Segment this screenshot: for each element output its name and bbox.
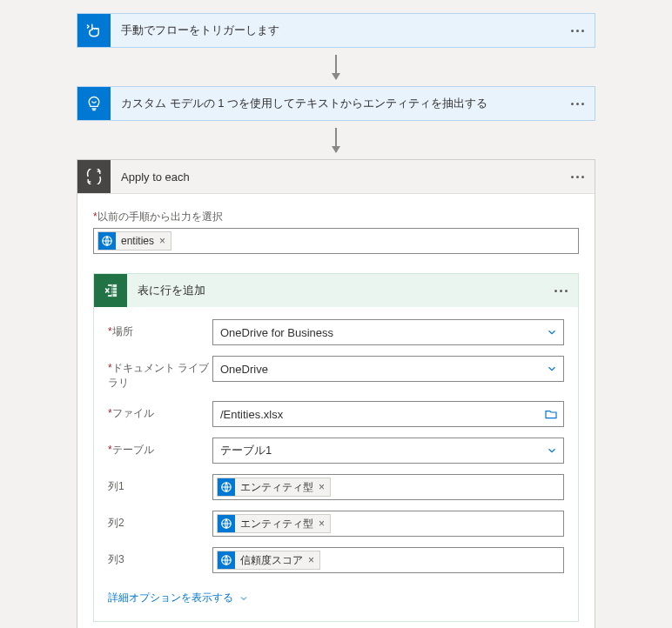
col2-label: 列2 bbox=[108, 511, 212, 531]
library-select[interactable]: OneDrive bbox=[212, 356, 564, 382]
library-value: OneDrive bbox=[220, 363, 268, 376]
table-select[interactable]: テーブル1 bbox=[212, 438, 564, 464]
token-label: エンティティ型 bbox=[240, 480, 313, 495]
file-input[interactable]: /Entities.xlsx bbox=[212, 401, 564, 427]
step-excel-add-row: 表に行を追加 *場所 OneDrive for Business bbox=[93, 273, 579, 622]
ellipsis-icon bbox=[554, 290, 568, 292]
show-advanced-label: 詳細オプションを表示する bbox=[108, 591, 233, 605]
chevron-down-icon bbox=[239, 593, 249, 604]
extract-menu[interactable] bbox=[560, 87, 595, 120]
token-col2[interactable]: エンティティ型 × bbox=[217, 514, 331, 533]
dynamic-content-icon bbox=[218, 551, 235, 569]
each-header[interactable]: Apply to each bbox=[77, 160, 595, 194]
trigger-icon bbox=[77, 14, 111, 47]
arrow-down-icon bbox=[335, 55, 337, 79]
token-label: entities bbox=[121, 235, 154, 247]
step-extract[interactable]: カスタム モデルの 1 つを使用してテキストからエンティティを抽出する bbox=[77, 86, 595, 121]
step-trigger[interactable]: 手動でフローをトリガーします bbox=[77, 13, 595, 48]
prev-output-label: *以前の手順から出力を選択 bbox=[93, 210, 579, 224]
arrow-down-icon bbox=[335, 128, 337, 152]
token-remove[interactable]: × bbox=[159, 235, 165, 247]
ellipsis-icon bbox=[571, 103, 584, 105]
token-remove[interactable]: × bbox=[319, 481, 325, 493]
trigger-menu[interactable] bbox=[560, 14, 595, 47]
token-label: エンティティ型 bbox=[240, 517, 313, 531]
dynamic-content-icon bbox=[98, 232, 116, 250]
token-col3[interactable]: 信頼度スコア × bbox=[217, 551, 320, 570]
dynamic-content-icon bbox=[218, 515, 235, 532]
file-value: /Entities.xlsx bbox=[220, 408, 283, 421]
token-label: 信頼度スコア bbox=[240, 553, 303, 568]
dynamic-content-icon bbox=[218, 478, 235, 496]
extract-title: カスタム モデルの 1 つを使用してテキストからエンティティを抽出する bbox=[111, 87, 560, 120]
show-advanced-options[interactable]: 詳細オプションを表示する bbox=[108, 591, 249, 605]
col2-input[interactable]: エンティティ型 × bbox=[212, 511, 564, 537]
col3-input[interactable]: 信頼度スコア × bbox=[212, 547, 564, 573]
col3-label: 列3 bbox=[108, 547, 212, 567]
loop-icon bbox=[77, 160, 111, 193]
col1-input[interactable]: エンティティ型 × bbox=[212, 474, 564, 500]
table-label: *テーブル bbox=[108, 438, 212, 458]
step-apply-to-each: Apply to each *以前の手順から出力を選択 entities × bbox=[77, 159, 595, 628]
excel-menu[interactable] bbox=[543, 274, 578, 307]
ellipsis-icon bbox=[571, 176, 584, 178]
chevron-down-icon bbox=[546, 444, 558, 457]
col1-label: 列1 bbox=[108, 474, 212, 494]
table-value: テーブル1 bbox=[220, 443, 272, 458]
excel-header[interactable]: 表に行を追加 bbox=[94, 274, 578, 307]
location-select[interactable]: OneDrive for Business bbox=[212, 319, 564, 345]
library-label: *ドキュメント ライブラリ bbox=[108, 356, 212, 391]
location-value: OneDrive for Business bbox=[220, 326, 333, 339]
token-col1[interactable]: エンティティ型 × bbox=[217, 478, 331, 497]
ai-builder-icon bbox=[77, 87, 111, 120]
chevron-down-icon bbox=[546, 326, 558, 338]
token-remove[interactable]: × bbox=[308, 554, 314, 566]
folder-icon[interactable] bbox=[544, 407, 558, 421]
prev-output-input[interactable]: entities × bbox=[93, 228, 579, 254]
ellipsis-icon bbox=[571, 30, 584, 32]
chevron-down-icon bbox=[546, 363, 558, 375]
excel-title: 表に行を追加 bbox=[127, 274, 543, 307]
trigger-title: 手動でフローをトリガーします bbox=[111, 14, 560, 47]
file-label: *ファイル bbox=[108, 401, 212, 421]
each-menu[interactable] bbox=[560, 160, 595, 193]
token-entities[interactable]: entities × bbox=[97, 231, 171, 251]
location-label: *場所 bbox=[108, 319, 212, 339]
token-remove[interactable]: × bbox=[319, 518, 325, 530]
each-title: Apply to each bbox=[111, 160, 560, 193]
excel-icon bbox=[94, 274, 127, 307]
